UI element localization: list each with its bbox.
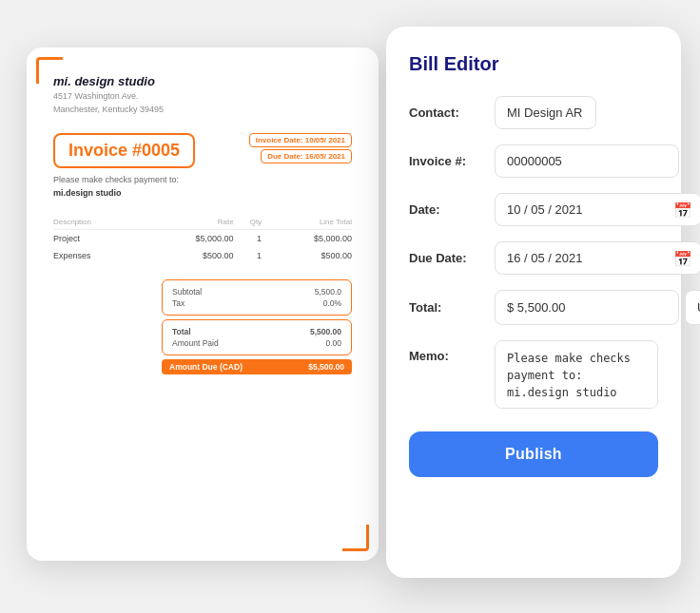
currency-select[interactable]: USD: [685, 290, 700, 325]
invoice-number-row: Invoice #:: [409, 144, 658, 178]
memo-label: Memo:: [409, 340, 495, 363]
col-rate: Rate: [144, 215, 234, 230]
memo-row: Memo: Please make checks payment to: mi.…: [409, 340, 658, 409]
total-row: Total 5,500.00 Amount Paid 0.00: [162, 319, 352, 355]
due-date-label: Due Date:: [409, 251, 495, 265]
invoice-totals: Subtotal 5,500.0 Tax 0.0% Total 5,500.00…: [162, 279, 352, 374]
contact-row: Contact: MI Design AR: [409, 96, 658, 129]
invoice-number-input[interactable]: [495, 144, 679, 178]
due-date-input[interactable]: [495, 241, 700, 275]
col-qty: Qty: [234, 215, 262, 230]
invoice-number-label: Invoice #:: [409, 154, 495, 168]
due-date-input-wrapper: 📅: [495, 241, 700, 275]
invoice-make-checks: Please make checks payment to: mi.design…: [53, 174, 352, 200]
col-description: Description: [53, 215, 144, 230]
total-amount-input[interactable]: [495, 290, 679, 325]
total-editor-row: Total: USD: [409, 290, 658, 325]
invoice-card: mi. design studio 4517 Washington Ave. M…: [27, 48, 379, 561]
date-row: Date: 📅: [409, 193, 658, 226]
invoice-table: Description Rate Qty Line Total Project …: [53, 215, 352, 264]
col-line-total: Line Total: [262, 215, 352, 230]
invoice-title-row: Invoice #0005 Invoice Date: 10/05/ 2021 …: [53, 133, 352, 168]
total-input-group: USD: [495, 290, 700, 325]
table-row: Project $5,000.00 1 $5,000.00: [53, 230, 352, 248]
table-row: Expenses $500.00 1 $500.00: [53, 247, 352, 264]
publish-button[interactable]: Publish: [409, 431, 658, 477]
contact-input-wrapper: MI Design AR: [495, 96, 658, 129]
due-date-badge: Due Date: 16/05/ 2021: [261, 149, 352, 163]
total-editor-label: Total:: [409, 300, 495, 315]
date-input-wrapper: 📅: [495, 193, 700, 226]
amount-due-badge: Amount Due (CAD) $5,500.00: [162, 359, 352, 374]
bill-editor-title: Bill Editor: [409, 53, 658, 75]
totals-inner: Subtotal 5,500.0 Tax 0.0%: [162, 279, 352, 316]
date-label: Date:: [409, 202, 495, 217]
invoice-dates: Invoice Date: 10/05/ 2021 Due Date: 16/0…: [249, 133, 352, 163]
studio-name: mi. design studio: [53, 74, 352, 88]
bill-editor-card: Bill Editor Contact: MI Design AR Invoic…: [386, 27, 681, 578]
corner-bottom-right: [342, 525, 369, 551]
tax-row: Tax 0.0%: [172, 297, 341, 309]
studio-name-rest: design studio: [71, 74, 155, 88]
memo-textarea[interactable]: Please make checks payment to: mi.design…: [495, 340, 658, 409]
invoice-date-badge: Invoice Date: 10/05/ 2021: [249, 133, 352, 147]
due-date-row: Due Date: 📅: [409, 241, 658, 275]
date-input[interactable]: [495, 193, 700, 226]
corner-top-left: [36, 57, 63, 84]
studio-address: 4517 Washington Ave. Manchester, Kentuck…: [53, 90, 352, 116]
contact-label: Contact:: [409, 105, 495, 120]
invoice-number-badge: Invoice #0005: [53, 133, 195, 168]
subtotal-row: Subtotal 5,500.0: [172, 286, 341, 297]
contact-select[interactable]: MI Design AR: [495, 96, 596, 129]
